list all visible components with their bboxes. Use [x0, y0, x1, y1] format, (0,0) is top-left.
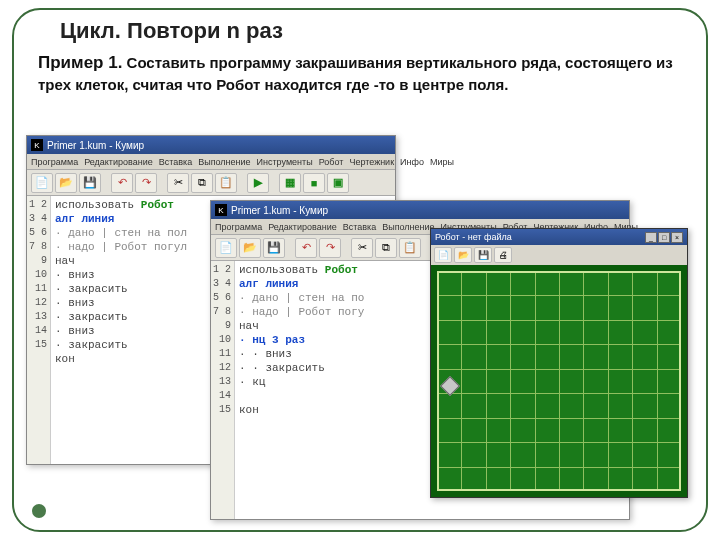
maximize-button[interactable]: □: [658, 232, 670, 243]
square-icon[interactable]: ■: [303, 173, 325, 193]
print-icon[interactable]: 🖨: [494, 247, 512, 263]
open-icon[interactable]: 📂: [454, 247, 472, 263]
cut-icon[interactable]: ✂: [351, 238, 373, 258]
menu-item[interactable]: Редактирование: [268, 222, 337, 232]
run-icon[interactable]: ▶: [247, 173, 269, 193]
paste-icon[interactable]: 📋: [399, 238, 421, 258]
menubar-1[interactable]: ПрограммаРедактированиеВставкаВыполнение…: [27, 154, 395, 170]
slide-subtitle: Пример 1. Составить программу закрашиван…: [38, 52, 680, 95]
file-icon[interactable]: 📄: [434, 247, 452, 263]
menu-item[interactable]: Вставка: [343, 222, 376, 232]
menu-item[interactable]: Миры: [430, 157, 454, 167]
close-button[interactable]: ×: [671, 232, 683, 243]
titlebar-2[interactable]: K Primer 1.kum - Кумир: [211, 201, 629, 219]
menu-item[interactable]: Чертежник: [349, 157, 394, 167]
window-title-1: Primer 1.kum - Кумир: [47, 140, 144, 151]
example-text: Составить программу закрашивания вертика…: [38, 54, 673, 93]
menu-item[interactable]: Инструменты: [257, 157, 313, 167]
gutter-2: 1 2 3 4 5 6 7 8 9 10 11 12 13 14 15: [211, 261, 235, 519]
menu-item[interactable]: Выполнение: [382, 222, 434, 232]
grid-border: [437, 271, 681, 491]
undo-icon[interactable]: ↶: [111, 173, 133, 193]
redo-icon[interactable]: ↷: [135, 173, 157, 193]
slide-title: Цикл. Повтори n раз: [60, 18, 283, 44]
file-icon[interactable]: 📄: [215, 238, 237, 258]
robot-titlebar[interactable]: Робот - нет файла _ □ ×: [431, 229, 687, 245]
redo-icon[interactable]: ↷: [319, 238, 341, 258]
menu-item[interactable]: Выполнение: [198, 157, 250, 167]
robot-title-text: Робот - нет файла: [435, 232, 512, 242]
file-icon[interactable]: 📄: [31, 173, 53, 193]
window-title-2: Primer 1.kum - Кумир: [231, 205, 328, 216]
save-icon[interactable]: 💾: [263, 238, 285, 258]
open-icon[interactable]: 📂: [239, 238, 261, 258]
window-buttons: _ □ ×: [645, 232, 683, 243]
open-icon[interactable]: 📂: [55, 173, 77, 193]
robot-window: Робот - нет файла _ □ × 📄 📂 💾 🖨: [430, 228, 688, 498]
menu-item[interactable]: Вставка: [159, 157, 192, 167]
cut-icon[interactable]: ✂: [167, 173, 189, 193]
save-icon[interactable]: 💾: [79, 173, 101, 193]
decorative-dot: [32, 504, 46, 518]
example-lead: Пример 1.: [38, 53, 122, 72]
copy-icon[interactable]: ⧉: [375, 238, 397, 258]
menu-item[interactable]: Программа: [31, 157, 78, 167]
robot-toolbar[interactable]: 📄 📂 💾 🖨: [431, 245, 687, 265]
copy-icon[interactable]: ⧉: [191, 173, 213, 193]
paste-icon[interactable]: 📋: [215, 173, 237, 193]
minimize-button[interactable]: _: [645, 232, 657, 243]
titlebar-1[interactable]: K Primer 1.kum - Кумир: [27, 136, 395, 154]
menu-item[interactable]: Робот: [319, 157, 344, 167]
bracket-icon[interactable]: ▣: [327, 173, 349, 193]
robot-grid[interactable]: [437, 271, 681, 491]
undo-icon[interactable]: ↶: [295, 238, 317, 258]
toolbar-1[interactable]: 📄📂💾↶↷✂⧉📋▶▦■▣: [27, 170, 395, 196]
grid-icon[interactable]: ▦: [279, 173, 301, 193]
menu-item[interactable]: Редактирование: [84, 157, 153, 167]
menu-item[interactable]: Программа: [215, 222, 262, 232]
app-icon: K: [215, 204, 227, 216]
save-icon[interactable]: 💾: [474, 247, 492, 263]
menu-item[interactable]: Инфо: [400, 157, 424, 167]
app-icon: K: [31, 139, 43, 151]
gutter-1: 1 2 3 4 5 6 7 8 9 10 11 12 13 14 15: [27, 196, 51, 464]
